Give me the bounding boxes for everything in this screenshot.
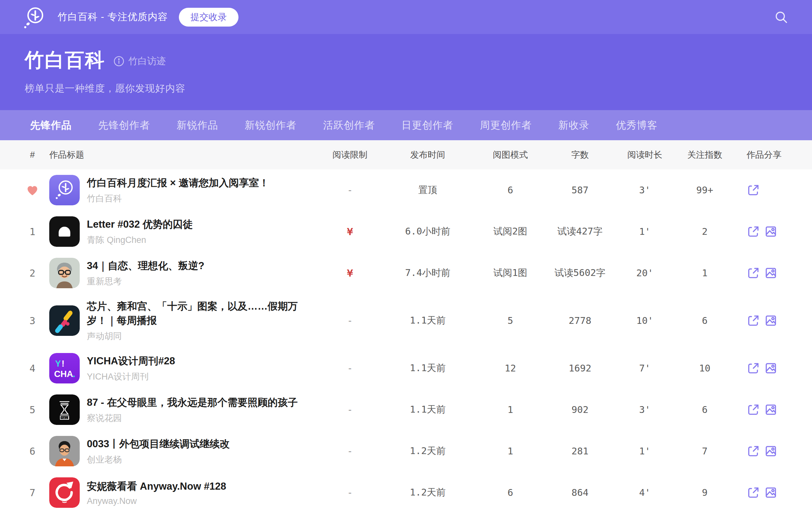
share-image-icon[interactable] bbox=[764, 314, 778, 327]
column-read-limit: 阅读限制 bbox=[318, 149, 382, 161]
ranking-tab-2[interactable]: 新锐作品 bbox=[177, 118, 218, 132]
work-info: Letter #032 优势的囚徒 青陈 QingChen bbox=[87, 217, 318, 246]
ranking-tab-5[interactable]: 日更创作者 bbox=[401, 118, 453, 132]
word-count-value: 2778 bbox=[547, 315, 612, 326]
follow-index-value: 7 bbox=[677, 446, 732, 457]
external-link-icon[interactable] bbox=[747, 266, 760, 280]
table-row[interactable]: 5 TALK 87 - 在父母眼里，我永远是那个需要照顾的孩子 察说花园 - 1… bbox=[0, 389, 812, 430]
work-title[interactable]: 芯片、雍和宫、「十示」图案，以及……假期万岁！｜每周播报 bbox=[87, 299, 301, 328]
work-title[interactable]: YICHA设计周刊#28 bbox=[87, 354, 301, 368]
ranking-tabbar: 先锋作品先锋创作者新锐作品新锐创作者活跃创作者日更创作者周更创作者新收录优秀博客 bbox=[0, 110, 812, 140]
work-avatar[interactable] bbox=[49, 258, 80, 288]
table-row[interactable]: 竹白百科月度汇报 × 邀请您加入阅享室！ 竹白百科 - 置顶 6 587 3' … bbox=[0, 169, 812, 211]
image-mode-value: 1 bbox=[473, 446, 547, 457]
share-image-icon[interactable] bbox=[764, 225, 778, 239]
work-info: 0033丨外包项目继续调试继续改 创业老杨 bbox=[87, 437, 318, 465]
follow-index-value: 2 bbox=[677, 226, 732, 237]
external-link-icon[interactable] bbox=[747, 225, 760, 239]
read-duration-value: 10' bbox=[612, 315, 677, 326]
follow-index-value: 6 bbox=[677, 315, 732, 326]
work-avatar[interactable] bbox=[49, 477, 80, 508]
svg-text:Y: Y bbox=[55, 359, 61, 369]
work-title[interactable]: 竹白百科月度汇报 × 邀请您加入阅享室！ bbox=[87, 176, 301, 190]
image-mode-value: 6 bbox=[473, 487, 547, 498]
work-avatar[interactable]: Y!CHA bbox=[49, 353, 80, 383]
column-read-duration: 阅读时长 bbox=[612, 149, 677, 161]
publish-time-value: 1.2天前 bbox=[382, 445, 473, 458]
work-info: 34｜自恋、理想化、叛逆? 重新思考 bbox=[87, 259, 318, 287]
work-author[interactable]: 竹白百科 bbox=[87, 193, 301, 204]
external-link-icon[interactable] bbox=[747, 403, 760, 416]
ranking-tab-7[interactable]: 新收录 bbox=[558, 118, 589, 132]
share-image-icon[interactable] bbox=[764, 486, 778, 500]
share-image-icon[interactable] bbox=[764, 403, 778, 416]
rank-cell: 2 bbox=[19, 267, 45, 279]
column-follow-index: 关注指数 bbox=[677, 149, 732, 161]
work-title[interactable]: 0033丨外包项目继续调试继续改 bbox=[87, 437, 301, 451]
image-mode-value: 1 bbox=[473, 404, 547, 415]
work-info: 竹白百科月度汇报 × 邀请您加入阅享室！ 竹白百科 bbox=[87, 176, 318, 204]
visit-trace-link[interactable]: 竹白访迹 bbox=[113, 55, 166, 71]
column-work-title: 作品标题 bbox=[49, 149, 318, 161]
share-cell bbox=[732, 403, 784, 416]
share-image-icon[interactable] bbox=[764, 266, 778, 280]
publish-time-value: 1.1天前 bbox=[382, 403, 473, 416]
read-duration-value: 4' bbox=[612, 487, 677, 498]
work-title[interactable]: Letter #032 优势的囚徒 bbox=[87, 217, 301, 232]
table-row[interactable]: 3 芯片、雍和宫、「十示」图案，以及……假期万岁！｜每周播报 声动胡同 - 1.… bbox=[0, 294, 812, 347]
image-mode-value: 试阅1图 bbox=[473, 266, 547, 279]
read-duration-value: 1' bbox=[612, 226, 677, 237]
ranking-tab-4[interactable]: 活跃创作者 bbox=[323, 118, 375, 132]
external-link-icon[interactable] bbox=[747, 444, 760, 458]
table-row[interactable]: 1 Letter #032 优势的囚徒 青陈 QingChen ¥ 6.0小时前… bbox=[0, 211, 812, 252]
work-author[interactable]: 青陈 QingChen bbox=[87, 234, 301, 246]
work-title[interactable]: 安妮薇看看 Anyway.Now #128 bbox=[87, 479, 301, 494]
rank-cell: 3 bbox=[19, 315, 45, 326]
work-title[interactable]: 34｜自恋、理想化、叛逆? bbox=[87, 259, 301, 273]
ranking-list: 竹白百科月度汇报 × 邀请您加入阅享室！ 竹白百科 - 置顶 6 587 3' … bbox=[0, 169, 812, 513]
work-author[interactable]: 重新思考 bbox=[87, 276, 301, 287]
submit-entry-button[interactable]: 提交收录 bbox=[179, 8, 238, 27]
publish-time-value: 6.0小时前 bbox=[382, 225, 473, 238]
ranking-tab-6[interactable]: 周更创作者 bbox=[480, 118, 532, 132]
zhubai-logo-icon bbox=[23, 5, 46, 29]
word-count-value: 587 bbox=[547, 185, 612, 196]
work-author[interactable]: 察说花园 bbox=[87, 412, 301, 424]
work-title[interactable]: 87 - 在父母眼里，我永远是那个需要照顾的孩子 bbox=[87, 395, 301, 410]
table-row[interactable]: 2 34｜自恋、理想化、叛逆? 重新思考 ¥ 7.4小时前 试阅1图 试读560… bbox=[0, 252, 812, 294]
pinned-heart-icon bbox=[26, 183, 39, 197]
ranking-tab-1[interactable]: 先锋创作者 bbox=[98, 118, 150, 132]
external-link-icon[interactable] bbox=[747, 314, 760, 327]
work-info: YICHA设计周刊#28 YICHA设计周刊 bbox=[87, 354, 318, 382]
svg-text:!: ! bbox=[62, 359, 64, 369]
rank-number: 5 bbox=[30, 404, 35, 415]
work-avatar[interactable]: TALK bbox=[49, 394, 80, 425]
hero-banner: 竹白百科 竹白访迹 榜单只是一种维度，愿你发现好内容 bbox=[0, 34, 812, 110]
table-row[interactable]: 4 Y!CHA YICHA设计周刊#28 YICHA设计周刊 - 1.1天前 1… bbox=[0, 347, 812, 389]
external-link-icon[interactable] bbox=[747, 183, 760, 197]
ranking-tab-3[interactable]: 新锐创作者 bbox=[245, 118, 297, 132]
table-header: # 作品标题 阅读限制 发布时间 阅图模式 字数 阅读时长 关注指数 作品分享 bbox=[0, 140, 812, 169]
work-author[interactable]: Anyway.Now bbox=[87, 496, 301, 506]
share-image-icon[interactable] bbox=[764, 444, 778, 458]
work-avatar[interactable] bbox=[49, 306, 80, 336]
work-author[interactable]: 创业老杨 bbox=[87, 454, 301, 465]
share-image-icon[interactable] bbox=[764, 361, 778, 375]
work-author[interactable]: YICHA设计周刊 bbox=[87, 371, 301, 382]
search-icon[interactable] bbox=[773, 9, 789, 25]
table-row[interactable]: 7 安妮薇看看 Anyway.Now #128 Anyway.Now - 1.2… bbox=[0, 472, 812, 513]
ranking-tab-8[interactable]: 优秀博客 bbox=[616, 118, 657, 132]
ranking-tab-0[interactable]: 先锋作品 bbox=[30, 118, 71, 132]
work-author[interactable]: 声动胡同 bbox=[87, 330, 301, 342]
read-duration-value: 7' bbox=[612, 363, 677, 374]
work-avatar[interactable] bbox=[49, 175, 80, 205]
table-row[interactable]: 6 0033丨外包项目继续调试继续改 创业老杨 - 1.2天前 1 281 1'… bbox=[0, 430, 812, 472]
rank-cell: 5 bbox=[19, 404, 45, 415]
read-duration-value: 1' bbox=[612, 446, 677, 457]
read-limit-value: - bbox=[318, 404, 382, 415]
external-link-icon[interactable] bbox=[747, 361, 760, 375]
share-cell bbox=[732, 225, 784, 239]
work-avatar[interactable] bbox=[49, 436, 80, 466]
work-avatar[interactable] bbox=[49, 216, 80, 247]
external-link-icon[interactable] bbox=[747, 486, 760, 500]
